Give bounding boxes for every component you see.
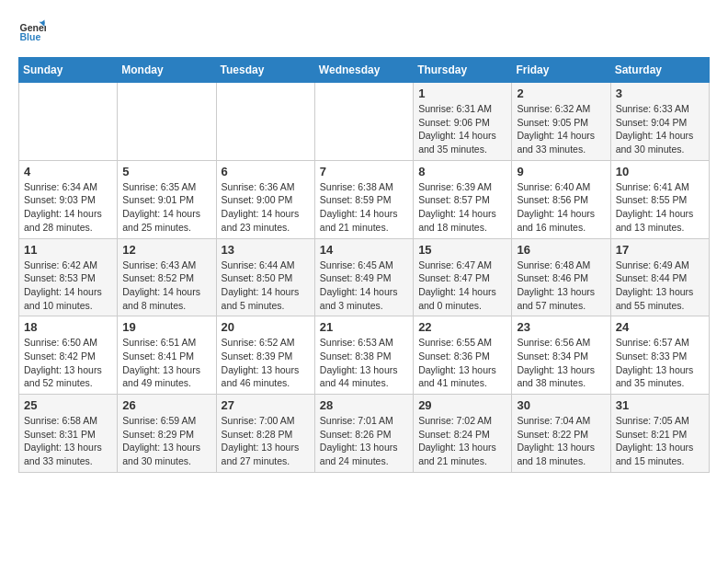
- calendar-cell: 3Sunrise: 6:33 AM Sunset: 9:04 PM Daylig…: [610, 83, 709, 161]
- day-number: 21: [320, 320, 408, 334]
- day-info: Sunrise: 6:52 AM Sunset: 8:39 PM Dayligh…: [222, 336, 310, 390]
- calendar-cell: 26Sunrise: 6:59 AM Sunset: 8:29 PM Dayli…: [118, 395, 216, 473]
- calendar-cell: [19, 83, 118, 161]
- day-info: Sunrise: 7:00 AM Sunset: 8:28 PM Dayligh…: [222, 414, 310, 468]
- calendar-cell: [314, 83, 413, 161]
- day-number: 19: [122, 320, 210, 334]
- calendar-week-row: 11Sunrise: 6:42 AM Sunset: 8:53 PM Dayli…: [19, 238, 710, 316]
- calendar-cell: 9Sunrise: 6:40 AM Sunset: 8:56 PM Daylig…: [512, 160, 610, 238]
- calendar-week-row: 25Sunrise: 6:58 AM Sunset: 8:31 PM Dayli…: [19, 395, 710, 473]
- day-number: 4: [24, 165, 112, 178]
- calendar-cell: 15Sunrise: 6:47 AM Sunset: 8:47 PM Dayli…: [414, 238, 512, 316]
- day-of-week-header: Monday: [118, 58, 216, 83]
- day-info: Sunrise: 6:41 AM Sunset: 8:55 PM Dayligh…: [616, 180, 704, 235]
- day-info: Sunrise: 6:51 AM Sunset: 8:41 PM Dayligh…: [122, 336, 210, 390]
- calendar-cell: 16Sunrise: 6:48 AM Sunset: 8:46 PM Dayli…: [512, 238, 610, 316]
- day-number: 18: [24, 320, 112, 334]
- day-number: 31: [616, 398, 704, 412]
- logo-icon: General Blue: [18, 18, 46, 46]
- day-number: 16: [517, 243, 605, 257]
- calendar-cell: 11Sunrise: 6:42 AM Sunset: 8:53 PM Dayli…: [19, 238, 118, 316]
- day-info: Sunrise: 6:53 AM Sunset: 8:38 PM Dayligh…: [320, 336, 408, 390]
- day-number: 3: [616, 86, 704, 100]
- day-info: Sunrise: 6:55 AM Sunset: 8:36 PM Dayligh…: [418, 336, 506, 390]
- day-info: Sunrise: 7:02 AM Sunset: 8:24 PM Dayligh…: [418, 414, 506, 468]
- day-number: 10: [616, 165, 704, 178]
- day-number: 9: [517, 165, 605, 178]
- day-of-week-header: Tuesday: [216, 58, 314, 83]
- day-number: 20: [222, 320, 310, 334]
- day-info: Sunrise: 6:34 AM Sunset: 9:03 PM Dayligh…: [24, 180, 112, 235]
- calendar-cell: 22Sunrise: 6:55 AM Sunset: 8:36 PM Dayli…: [414, 316, 512, 395]
- day-info: Sunrise: 6:47 AM Sunset: 8:47 PM Dayligh…: [418, 259, 506, 313]
- day-number: 28: [320, 398, 408, 412]
- calendar-cell: [216, 83, 314, 161]
- calendar-cell: 20Sunrise: 6:52 AM Sunset: 8:39 PM Dayli…: [216, 316, 314, 395]
- calendar-cell: 6Sunrise: 6:36 AM Sunset: 9:00 PM Daylig…: [216, 160, 314, 238]
- day-info: Sunrise: 6:42 AM Sunset: 8:53 PM Dayligh…: [24, 259, 112, 313]
- calendar-cell: 19Sunrise: 6:51 AM Sunset: 8:41 PM Dayli…: [118, 316, 216, 395]
- calendar-cell: 10Sunrise: 6:41 AM Sunset: 8:55 PM Dayli…: [610, 160, 709, 238]
- calendar-week-row: 4Sunrise: 6:34 AM Sunset: 9:03 PM Daylig…: [19, 160, 710, 238]
- day-number: 22: [418, 320, 506, 334]
- calendar-cell: 28Sunrise: 7:01 AM Sunset: 8:26 PM Dayli…: [314, 395, 413, 473]
- day-info: Sunrise: 6:44 AM Sunset: 8:50 PM Dayligh…: [222, 259, 310, 313]
- calendar-cell: 5Sunrise: 6:35 AM Sunset: 9:01 PM Daylig…: [118, 160, 216, 238]
- day-info: Sunrise: 6:45 AM Sunset: 8:49 PM Dayligh…: [320, 259, 408, 313]
- day-info: Sunrise: 6:31 AM Sunset: 9:06 PM Dayligh…: [418, 102, 506, 156]
- day-number: 23: [517, 320, 605, 334]
- day-info: Sunrise: 7:05 AM Sunset: 8:21 PM Dayligh…: [616, 414, 704, 468]
- day-of-week-header: Friday: [512, 58, 610, 83]
- calendar-cell: 18Sunrise: 6:50 AM Sunset: 8:42 PM Dayli…: [19, 316, 118, 395]
- calendar-week-row: 1Sunrise: 6:31 AM Sunset: 9:06 PM Daylig…: [19, 83, 710, 161]
- calendar-cell: 23Sunrise: 6:56 AM Sunset: 8:34 PM Dayli…: [512, 316, 610, 395]
- logo: General Blue: [18, 18, 46, 46]
- day-number: 24: [616, 320, 704, 334]
- calendar-cell: 30Sunrise: 7:04 AM Sunset: 8:22 PM Dayli…: [512, 395, 610, 473]
- day-number: 1: [418, 86, 506, 100]
- day-number: 8: [418, 165, 506, 178]
- day-number: 27: [222, 398, 310, 412]
- calendar-cell: 2Sunrise: 6:32 AM Sunset: 9:05 PM Daylig…: [512, 83, 610, 161]
- calendar-cell: 29Sunrise: 7:02 AM Sunset: 8:24 PM Dayli…: [414, 395, 512, 473]
- day-info: Sunrise: 6:58 AM Sunset: 8:31 PM Dayligh…: [24, 414, 112, 468]
- day-number: 5: [122, 165, 210, 178]
- day-number: 14: [320, 243, 408, 257]
- svg-text:Blue: Blue: [20, 31, 41, 42]
- day-number: 30: [517, 398, 605, 412]
- calendar-cell: 4Sunrise: 6:34 AM Sunset: 9:03 PM Daylig…: [19, 160, 118, 238]
- day-number: 11: [24, 243, 112, 257]
- day-number: 25: [24, 398, 112, 412]
- day-number: 15: [418, 243, 506, 257]
- calendar-cell: 27Sunrise: 7:00 AM Sunset: 8:28 PM Dayli…: [216, 395, 314, 473]
- calendar-cell: 12Sunrise: 6:43 AM Sunset: 8:52 PM Dayli…: [118, 238, 216, 316]
- day-info: Sunrise: 6:32 AM Sunset: 9:05 PM Dayligh…: [517, 102, 605, 156]
- day-info: Sunrise: 6:56 AM Sunset: 8:34 PM Dayligh…: [517, 336, 605, 390]
- calendar-week-row: 18Sunrise: 6:50 AM Sunset: 8:42 PM Dayli…: [19, 316, 710, 395]
- calendar-cell: 8Sunrise: 6:39 AM Sunset: 8:57 PM Daylig…: [414, 160, 512, 238]
- day-of-week-header: Sunday: [19, 58, 118, 83]
- day-info: Sunrise: 6:33 AM Sunset: 9:04 PM Dayligh…: [616, 102, 704, 156]
- day-info: Sunrise: 6:59 AM Sunset: 8:29 PM Dayligh…: [122, 414, 210, 468]
- day-info: Sunrise: 6:36 AM Sunset: 9:00 PM Dayligh…: [222, 180, 310, 235]
- calendar-cell: 13Sunrise: 6:44 AM Sunset: 8:50 PM Dayli…: [216, 238, 314, 316]
- calendar-cell: 31Sunrise: 7:05 AM Sunset: 8:21 PM Dayli…: [610, 395, 709, 473]
- day-info: Sunrise: 6:40 AM Sunset: 8:56 PM Dayligh…: [517, 180, 605, 235]
- day-number: 29: [418, 398, 506, 412]
- day-info: Sunrise: 6:39 AM Sunset: 8:57 PM Dayligh…: [418, 180, 506, 235]
- calendar-cell: 1Sunrise: 6:31 AM Sunset: 9:06 PM Daylig…: [414, 83, 512, 161]
- day-info: Sunrise: 7:04 AM Sunset: 8:22 PM Dayligh…: [517, 414, 605, 468]
- day-info: Sunrise: 6:43 AM Sunset: 8:52 PM Dayligh…: [122, 259, 210, 313]
- calendar-cell: 14Sunrise: 6:45 AM Sunset: 8:49 PM Dayli…: [314, 238, 413, 316]
- day-number: 2: [517, 86, 605, 100]
- day-of-week-header: Saturday: [610, 58, 709, 83]
- day-info: Sunrise: 7:01 AM Sunset: 8:26 PM Dayligh…: [320, 414, 408, 468]
- calendar-cell: 7Sunrise: 6:38 AM Sunset: 8:59 PM Daylig…: [314, 160, 413, 238]
- calendar-header-row: SundayMondayTuesdayWednesdayThursdayFrid…: [19, 58, 710, 83]
- day-number: 26: [122, 398, 210, 412]
- day-info: Sunrise: 6:48 AM Sunset: 8:46 PM Dayligh…: [517, 259, 605, 313]
- day-number: 7: [320, 165, 408, 178]
- day-info: Sunrise: 6:49 AM Sunset: 8:44 PM Dayligh…: [616, 259, 704, 313]
- calendar-cell: 21Sunrise: 6:53 AM Sunset: 8:38 PM Dayli…: [314, 316, 413, 395]
- day-info: Sunrise: 6:38 AM Sunset: 8:59 PM Dayligh…: [320, 180, 408, 235]
